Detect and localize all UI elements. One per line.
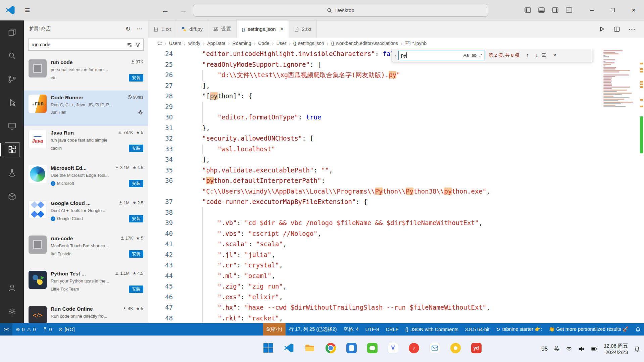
editor-more-actions-icon[interactable]: ⋯	[629, 25, 635, 33]
forward-arrow-icon[interactable]: →	[179, 5, 187, 15]
install-button[interactable]: 安装	[129, 145, 143, 152]
title-search[interactable]: Desktop	[193, 4, 488, 17]
close-button[interactable]: ×	[623, 0, 644, 20]
notifications-bell-icon[interactable]	[632, 323, 644, 335]
encoding-status[interactable]: UTF-8	[362, 323, 382, 335]
volume-icon[interactable]	[579, 346, 584, 352]
extensions-search-input[interactable]: run code	[28, 39, 144, 51]
breadcrumb-item[interactable]: User	[276, 41, 286, 46]
next-match-icon[interactable]: ↓	[532, 52, 541, 58]
code-line[interactable]: 27 ],	[148, 81, 644, 91]
code-line[interactable]: 39 ".vb": "cd $dir && vbc /nologo $fileN…	[148, 218, 644, 228]
overview-ruler[interactable]	[639, 49, 644, 323]
code-line[interactable]: 31 },	[148, 123, 644, 134]
code-line[interactable]: 40 ".vbs": "cscript //Nologo",	[148, 228, 644, 239]
code-line[interactable]: 33 "wsl.localhost"	[148, 144, 644, 155]
code-line[interactable]: "C:\\Users\\windy\\AppData\\Local\\Progr…	[148, 186, 644, 197]
code-line[interactable]: 29	[148, 102, 644, 112]
code-line[interactable]: 36 "python.defaultInterpreterPath":	[148, 175, 644, 186]
battery-percent-widget[interactable]: 95	[541, 346, 548, 352]
code-line[interactable]: 28 "[python]": {	[148, 91, 644, 102]
eol-status[interactable]: CRLF	[383, 323, 402, 335]
ports-indicator[interactable]: 0	[39, 323, 55, 335]
battery-icon[interactable]	[591, 346, 597, 352]
more-actions-icon[interactable]: ⋯	[137, 25, 143, 33]
code-line[interactable]: 45 ".zig": "zig run",	[148, 281, 644, 292]
yellow-app-icon[interactable]	[446, 339, 464, 357]
extension-item[interactable]: run code37Kpersonal extension for runni.…	[24, 55, 148, 91]
extension-settings-gear-icon[interactable]	[138, 109, 143, 115]
find-input[interactable]: py Aa ab .*	[398, 51, 485, 60]
match-case-icon[interactable]: Aa	[463, 53, 469, 58]
tabnine-status[interactable]: ↻ tabnine starter 👉:	[493, 323, 545, 335]
vscode-taskbar-icon[interactable]	[280, 339, 298, 357]
install-button[interactable]: 安装	[129, 215, 143, 222]
ime-indicator[interactable]: 英	[554, 346, 559, 353]
toggle-replace-icon[interactable]: ›	[392, 49, 398, 62]
maximize-button[interactable]	[602, 0, 623, 20]
code-line[interactable]: 34 ],	[148, 154, 644, 165]
extension-item[interactable]: run-code17K★ 5MacBook Touch Bar shortcu.…	[24, 231, 148, 267]
tab-2.txt[interactable]: 2.txt	[289, 20, 317, 38]
tab-settings.json[interactable]: {}settings.json×	[237, 20, 289, 38]
code-line[interactable]: 43 ".cr": "crystal",	[148, 260, 644, 271]
code-line[interactable]: 38	[148, 207, 644, 218]
tab-diff.py[interactable]: diff.py	[176, 20, 208, 38]
code-line[interactable]: 46 ".exs": "elixir",	[148, 292, 644, 303]
breadcrumb-item[interactable]: C:	[157, 41, 162, 46]
clear-search-icon[interactable]	[127, 42, 132, 47]
activity-run-debug-icon[interactable]	[0, 91, 24, 114]
docs-app-icon[interactable]	[342, 339, 360, 357]
remote-indicator[interactable]: ><	[0, 323, 12, 335]
chrome-icon[interactable]	[321, 339, 340, 357]
code-line[interactable]: 41 ".scala": "scala",	[148, 239, 644, 250]
code-line[interactable]: 26 "d:\\文件\\test\\xg西瓜视频爬取合集名字(网友助版).py"	[148, 70, 644, 81]
breadcrumb-item[interactable]: {}settings.json	[293, 41, 324, 46]
zoom-status-item[interactable]: $(缩小)	[263, 323, 286, 335]
activity-testing-icon[interactable]	[0, 161, 24, 185]
minimap[interactable]	[603, 50, 637, 108]
find-in-selection-icon[interactable]	[541, 53, 550, 58]
code-line[interactable]: 32 "security.allowedUNCHosts": [	[148, 133, 644, 144]
activity-account-icon[interactable]	[0, 276, 24, 300]
run-button[interactable]	[599, 26, 605, 32]
readonly-indicator[interactable]: ⊘ [RO]	[55, 323, 78, 335]
breadcrumb-item[interactable]: Users	[169, 41, 182, 46]
activity-packages-icon[interactable]	[0, 185, 24, 208]
refresh-icon[interactable]: ↻	[126, 25, 131, 33]
v2ray-icon[interactable]: V	[384, 339, 402, 357]
extension-item[interactable]: Python Test ...1.1M★ 4.5Run your Python …	[24, 267, 148, 302]
extension-item[interactable]: Google Cloud ...1M★ 2.5Duet AI + Tools f…	[24, 196, 148, 231]
menu-icon[interactable]: ≡	[25, 6, 30, 14]
code-line[interactable]: 37 "code-runner.executorMapByFileExtensi…	[148, 197, 644, 207]
split-editor-icon[interactable]	[614, 26, 620, 32]
install-button[interactable]: 安装	[129, 74, 143, 82]
problems-indicator[interactable]: ⊗0 ⚠0	[12, 323, 39, 335]
install-button[interactable]: 安装	[129, 286, 143, 293]
python-interpreter-status[interactable]: 3.8.5 64-bit	[462, 323, 493, 335]
breadcrumb-item[interactable]: ab*.ipynb	[405, 41, 427, 46]
activity-extensions-icon[interactable]	[0, 138, 24, 161]
breadcrumb-item[interactable]: windy	[188, 41, 200, 46]
code-line[interactable]: 42 ".jl": "julia",	[148, 250, 644, 260]
promo-status[interactable]: 👏 Get more personalized results 🚀	[545, 323, 632, 335]
notification-bell-icon[interactable]	[634, 346, 640, 352]
breadcrumb-item[interactable]: {}workbench.editorAssociations	[331, 41, 398, 46]
close-find-icon[interactable]: ×	[550, 52, 559, 58]
activity-explorer-icon[interactable]	[0, 20, 24, 44]
code-line[interactable]: 48 ".rkt": "racket",	[148, 313, 644, 323]
wifi-icon[interactable]	[566, 346, 572, 352]
mail-app-icon[interactable]	[426, 339, 444, 357]
breadcrumb-item[interactable]: Code	[258, 41, 269, 46]
customize-layout-icon[interactable]	[566, 7, 572, 13]
wechat-icon[interactable]	[363, 339, 381, 357]
indentation-status[interactable]: 空格: 4	[340, 323, 362, 335]
cursor-position[interactable]: 行 17, 列 25 (已选择2)	[286, 323, 340, 335]
toggle-sidebar-icon[interactable]	[525, 7, 531, 13]
regex-icon[interactable]: .*	[479, 53, 482, 58]
language-mode[interactable]: {} JSON with Comments	[402, 323, 461, 335]
install-button[interactable]: 安装	[129, 250, 143, 258]
filter-icon[interactable]	[135, 42, 140, 47]
music-app-icon[interactable]: ♪	[405, 339, 423, 357]
install-button[interactable]: 安装	[129, 180, 143, 187]
